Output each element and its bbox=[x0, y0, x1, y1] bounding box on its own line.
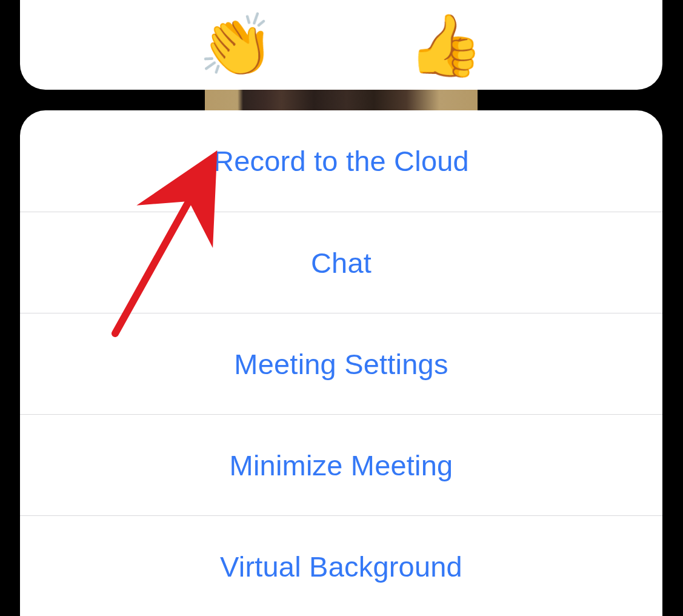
video-preview-strip bbox=[205, 88, 478, 112]
menu-item-label: Chat bbox=[311, 246, 371, 280]
menu-item-label: Virtual Background bbox=[220, 550, 462, 583]
more-menu-card: Record to the Cloud Chat Meeting Setting… bbox=[20, 110, 662, 616]
thumbs-up-icon: 👍 bbox=[408, 11, 484, 79]
menu-item-minimize-meeting[interactable]: Minimize Meeting bbox=[20, 414, 662, 515]
menu-item-label: Minimize Meeting bbox=[230, 449, 453, 482]
menu-item-label: Record to the Cloud bbox=[213, 144, 469, 178]
menu-item-record-cloud[interactable]: Record to the Cloud bbox=[20, 110, 662, 212]
menu-item-virtual-background[interactable]: Virtual Background bbox=[20, 515, 662, 616]
menu-item-label: Meeting Settings bbox=[234, 347, 448, 381]
clap-icon: 👏 bbox=[199, 11, 275, 79]
reactions-card: 👏 👍 bbox=[20, 0, 662, 90]
menu-item-chat[interactable]: Chat bbox=[20, 212, 662, 313]
menu-item-meeting-settings[interactable]: Meeting Settings bbox=[20, 313, 662, 414]
clap-reaction-button[interactable]: 👏 bbox=[199, 15, 275, 75]
thumbs-up-reaction-button[interactable]: 👍 bbox=[408, 15, 484, 75]
